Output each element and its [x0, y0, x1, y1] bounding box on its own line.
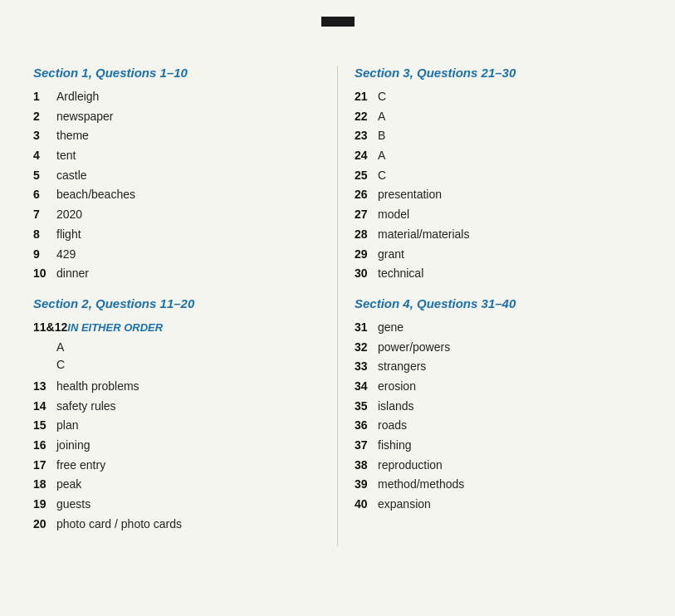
either-order-value: A: [56, 339, 320, 357]
answer-num: 16: [33, 437, 56, 455]
answer-item: 19guests: [33, 496, 320, 514]
answer-text: strangers: [378, 358, 426, 376]
answer-text: method/methods: [378, 476, 464, 494]
answer-item: 33strangers: [355, 358, 642, 376]
answer-text: beach/beaches: [56, 186, 135, 204]
answer-text: fishing: [378, 437, 411, 455]
answer-text: A: [378, 147, 385, 165]
answer-item: 8flight: [33, 226, 320, 244]
answer-text: theme: [56, 127, 89, 145]
answer-text: photo card / photo cards: [56, 516, 182, 534]
answer-item: 10dinner: [33, 265, 320, 283]
answer-num: 4: [33, 147, 56, 165]
answer-list-s2: 13health problems14safety rules15plan16j…: [33, 378, 320, 534]
answer-item: 4tent: [33, 147, 320, 165]
answer-text: islands: [378, 398, 414, 416]
answer-text: plan: [56, 417, 78, 435]
answer-item: 3theme: [33, 127, 320, 145]
answer-num: 38: [355, 457, 378, 475]
answer-text: Ardleigh: [56, 88, 99, 106]
title-container: [33, 17, 642, 49]
answer-item: 26presentation: [355, 186, 642, 204]
answer-item: 29grant: [355, 246, 642, 264]
answer-item: 30technical: [355, 265, 642, 283]
answer-num: 25: [355, 167, 378, 185]
answer-item: 36roads: [355, 417, 642, 435]
answer-item: 24A: [355, 147, 642, 165]
either-order-value: C: [56, 356, 320, 374]
answer-num: 3: [33, 127, 56, 145]
answer-text: material/materials: [378, 226, 469, 244]
answer-item: 6beach/beaches: [33, 186, 320, 204]
answer-num: 7: [33, 206, 56, 224]
answer-num: 10: [33, 265, 56, 283]
answer-text: 2020: [56, 206, 82, 224]
answer-text: guests: [56, 496, 90, 514]
answer-item: 37fishing: [355, 437, 642, 455]
answer-text: A: [378, 108, 385, 126]
answer-item: 72020: [33, 206, 320, 224]
answer-text: safety rules: [56, 398, 116, 416]
answer-text: free entry: [56, 457, 105, 475]
answer-text: C: [378, 167, 386, 185]
answer-text: power/powers: [378, 339, 450, 357]
answer-item: 20photo card / photo cards: [33, 516, 320, 534]
answer-num: 8: [33, 226, 56, 244]
answer-num: 26: [355, 186, 378, 204]
answer-num: 33: [355, 358, 378, 376]
answer-num: 9: [33, 246, 56, 264]
answer-num: 37: [355, 437, 378, 455]
either-order-label: IN EITHER ORDER: [67, 320, 163, 336]
answer-text: grant: [378, 246, 404, 264]
answer-num: 6: [33, 186, 56, 204]
either-order-num: 11&12: [33, 319, 67, 337]
answer-text: gene: [378, 319, 404, 337]
answer-num: 14: [33, 398, 56, 416]
answer-text: tent: [56, 147, 76, 165]
answer-text: peak: [56, 476, 81, 494]
answer-num: 23: [355, 127, 378, 145]
answer-text: joining: [56, 437, 90, 455]
answer-num: 30: [355, 265, 378, 283]
answer-num: 15: [33, 417, 56, 435]
answer-text: expansion: [378, 496, 431, 514]
answer-item: 38reproduction: [355, 457, 642, 475]
answer-item: 1Ardleigh: [33, 88, 320, 106]
answer-num: 18: [33, 476, 56, 494]
section-heading-s4: Section 4, Questions 31–40: [355, 296, 642, 310]
answer-item: 18peak: [33, 476, 320, 494]
answer-text: technical: [378, 265, 423, 283]
answer-item: 5castle: [33, 167, 320, 185]
answer-num: 40: [355, 496, 378, 514]
answer-num: 22: [355, 108, 378, 126]
test-title-bar: [321, 17, 355, 27]
answer-num: 20: [33, 516, 56, 534]
answer-text: reproduction: [378, 457, 443, 475]
answer-item: 22A: [355, 108, 642, 126]
answer-text: roads: [378, 417, 407, 435]
answer-num: 27: [355, 206, 378, 224]
answer-num: 29: [355, 246, 378, 264]
answer-list-s3: 21C22A23B24A25C26presentation27model28ma…: [355, 88, 642, 283]
answer-item: 32power/powers: [355, 339, 642, 357]
answer-item: 16joining: [33, 437, 320, 455]
answer-list-s4: 31gene32power/powers33strangers34erosion…: [355, 319, 642, 514]
answer-num: 5: [33, 167, 56, 185]
answer-item: 34erosion: [355, 378, 642, 396]
answer-text: castle: [56, 167, 87, 185]
answer-text: erosion: [378, 378, 416, 396]
section-heading-s2: Section 2, Questions 11–20: [33, 296, 320, 310]
either-order-answers: AC: [56, 339, 320, 374]
answer-num: 19: [33, 496, 56, 514]
answer-text: 429: [56, 246, 76, 264]
answer-item: 27model: [355, 206, 642, 224]
answer-num: 21: [355, 88, 378, 106]
answer-num: 2: [33, 108, 56, 126]
answer-num: 28: [355, 226, 378, 244]
answer-item: 17free entry: [33, 457, 320, 475]
right-column: Section 3, Questions 21–3021C22A23B24A25…: [337, 66, 642, 546]
answer-text: health problems: [56, 378, 139, 396]
answer-num: 17: [33, 457, 56, 475]
answer-item: 15plan: [33, 417, 320, 435]
answer-text: presentation: [378, 186, 442, 204]
